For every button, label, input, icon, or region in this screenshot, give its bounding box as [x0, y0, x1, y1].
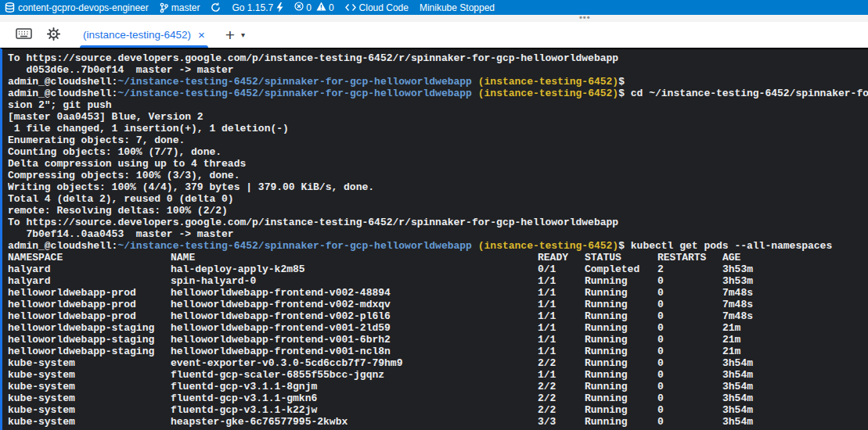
pods-row: kube-systemheapster-gke-6c76577995-2kwbx… [8, 416, 868, 428]
pods-cell: 1/1 [538, 369, 556, 381]
pods-header-row: NAMESPACENAMEREADYSTATUSRESTARTSAGE [8, 252, 868, 263]
terminal-text-segment: To https://source.developers.google.com/… [8, 52, 618, 64]
pods-cell: heapster-gke-6c76577995-2kwbx [171, 416, 348, 428]
pods-cell: 0 [657, 310, 664, 322]
terminal-text-segment: sion 2"; git push [8, 99, 112, 111]
pods-row: halyardhal-deploy-apply-k2m850/1Complete… [8, 263, 868, 275]
terminal-text-segment: 1 file changed, 1 insertion(+), 1 deleti… [8, 123, 289, 134]
pods-cell: Running [585, 275, 628, 287]
pods-row: helloworldwebapp-prodhelloworldwebapp-fr… [8, 310, 868, 322]
pods-cell: 21m [722, 334, 740, 346]
pods-cell: Running [585, 299, 628, 310]
pods-cell: helloworldwebapp-frontend-v001-2ld59 [171, 322, 391, 334]
pods-cell: 3h54m [722, 392, 753, 404]
terminal-text-segment: ~/instance-testing-6452/spinnaker-for-gc… [117, 88, 471, 99]
pods-header-cell: NAMESPACE [8, 252, 63, 263]
status-minikube[interactable]: Minikube Stopped [420, 2, 495, 13]
pods-cell: 1/1 [538, 346, 556, 357]
window-drag-handle[interactable]: ••• [579, 13, 591, 22]
terminal-text-segment: Total 4 (delta 2), reused 0 (delta 0) [8, 193, 234, 205]
status-sync[interactable] [211, 2, 221, 13]
pods-row: helloworldwebapp-prodhelloworldwebapp-fr… [8, 287, 868, 299]
pods-cell: 21m [722, 346, 740, 357]
close-icon[interactable]: × [198, 29, 205, 41]
pods-row: helloworldwebapp-prodhelloworldwebapp-fr… [8, 299, 868, 310]
pods-row: helloworldwebapp-staginghelloworldwebapp… [8, 322, 868, 334]
tab-dropdown-caret-icon[interactable]: ▾ [241, 30, 245, 39]
status-problems[interactable]: 0 0 [294, 2, 333, 13]
pods-cell: helloworldwebapp-staging [8, 322, 154, 334]
terminal-line: Enumerating objects: 7, done. [8, 134, 868, 146]
pods-row: helloworldwebapp-staginghelloworldwebapp… [8, 334, 868, 346]
status-go-version[interactable]: Go 1.15.7 [232, 2, 283, 13]
pods-cell: hal-deploy-apply-k2m85 [171, 263, 305, 275]
pods-cell: 7m48s [722, 299, 753, 310]
pods-cell: kube-system [8, 381, 75, 392]
terminal-text-segment [472, 76, 478, 88]
terminal-line: [master 0aa0453] Blue, Version 2 [8, 111, 868, 123]
pods-cell: fluentd-gcp-v3.1.1-k22jw [171, 404, 317, 416]
pods-cell: helloworldwebapp-prod [8, 310, 136, 322]
pods-cell: 2/2 [538, 404, 556, 416]
pods-cell: 1/1 [538, 334, 556, 346]
terminal-line: Delta compression using up to 4 threads [8, 158, 868, 170]
pods-cell: Completed [585, 263, 639, 275]
terminal-text-segment: admin_@cloudshell: [8, 240, 117, 252]
error-icon [294, 2, 304, 13]
terminal-text-segment: Enumerating objects: 7, done. [8, 134, 185, 146]
terminal-text-segment [472, 88, 478, 99]
terminal-text-segment: [master 0aa0453] Blue, Version 2 [8, 111, 203, 123]
keyboard-icon [16, 27, 32, 42]
pods-cell: 0 [657, 381, 664, 392]
pods-row: kube-systemfluentd-gcp-v3.1.1-8gnjm2/2Ru… [8, 381, 868, 392]
pods-cell: 7m48s [722, 310, 753, 322]
terminal-text-segment: admin_@cloudshell: [8, 88, 117, 99]
pods-cell: Running [585, 369, 628, 381]
status-project-label: content-gcpro-devops-engineer [18, 2, 149, 13]
pods-cell: 0 [657, 334, 664, 346]
lightning-icon [276, 2, 283, 13]
terminal-line: To https://source.developers.google.com/… [8, 52, 868, 64]
terminal-line: Counting objects: 100% (7/7), done. [8, 146, 868, 158]
status-git-branch[interactable]: master [160, 2, 200, 13]
pods-cell: 3h54m [722, 381, 753, 392]
terminal-line: sion 2"; git push [8, 99, 868, 111]
pods-cell: Running [585, 310, 628, 322]
terminal-text-segment: Writing objects: 100% (4/4), 379 bytes |… [8, 181, 374, 193]
terminal-output: To https://source.developers.google.com/… [8, 52, 868, 252]
add-tab-button[interactable]: + [225, 27, 235, 43]
terminal-text-segment: d053d6e..7b0ef14 master -> master [8, 64, 234, 76]
pods-cell: 0 [657, 369, 664, 381]
pods-cell: 2/2 [538, 381, 556, 392]
pods-cell: 1/1 [538, 322, 556, 334]
pods-cell: 0 [657, 416, 664, 428]
pods-cell: fluentd-gcp-scaler-6855f55bcc-jgqnz [171, 369, 384, 381]
terminal-line: To https://source.developers.google.com/… [8, 217, 868, 228]
terminal-text-segment: 7b0ef14..0aa0453 master -> master [8, 228, 234, 240]
keyboard-button[interactable] [16, 27, 32, 42]
pods-cell: 3h54m [722, 369, 753, 381]
terminal-line: Compressing objects: 100% (3/3), done. [8, 170, 868, 181]
tab-instance-testing-6452[interactable]: (instance-testing-6452) × [75, 22, 213, 48]
pods-table: NAMESPACENAMEREADYSTATUSRESTARTSAGEhalya… [8, 252, 868, 428]
pods-cell: helloworldwebapp-frontend-v002-pl6l6 [171, 310, 391, 322]
terminal-line: 7b0ef14..0aa0453 master -> master [8, 228, 868, 240]
cloud-shell-window: content-gcpro-devops-engineer master [0, 0, 868, 430]
pods-row: helloworldwebapp-staginghelloworldwebapp… [8, 346, 868, 357]
pods-cell: 1/1 [538, 310, 556, 322]
pods-cell: kube-system [8, 357, 75, 369]
pods-cell: spin-halyard-0 [171, 275, 256, 287]
pods-cell: helloworldwebapp-staging [8, 334, 154, 346]
terminal[interactable]: To https://source.developers.google.com/… [0, 48, 868, 430]
pods-cell: 0/1 [538, 263, 556, 275]
status-bar: content-gcpro-devops-engineer master [0, 0, 868, 15]
terminal-settings-button[interactable] [46, 27, 61, 44]
pods-header-cell: NAME [171, 252, 195, 263]
pods-cell: 0 [657, 346, 664, 357]
terminal-tab-bar: (instance-testing-6452) × + ▾ [0, 22, 868, 48]
terminal-line: Writing objects: 100% (4/4), 379 bytes |… [8, 181, 868, 193]
status-cloud-code[interactable]: Cloud Code [345, 2, 409, 13]
pods-cell: 0 [657, 299, 664, 310]
status-project[interactable]: content-gcpro-devops-engineer [5, 2, 149, 13]
status-go-label: Go 1.15.7 [232, 2, 273, 13]
